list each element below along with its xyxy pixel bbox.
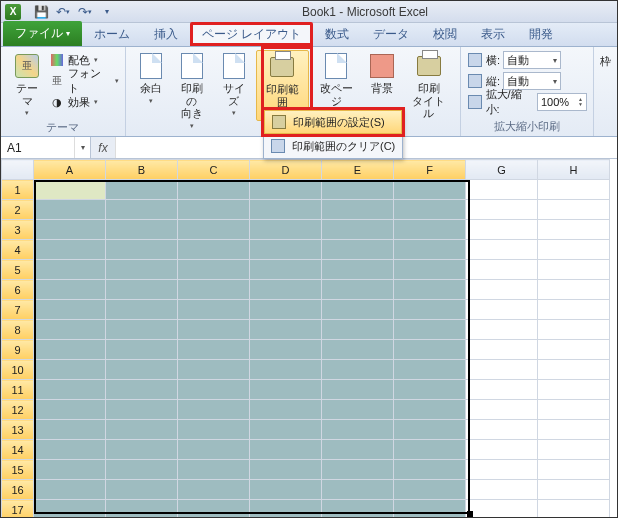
cell-C10[interactable] [178,360,250,380]
col-header-H[interactable]: H [538,160,610,180]
cell-D1[interactable] [250,180,322,200]
cell-C13[interactable] [178,420,250,440]
cell-D16[interactable] [250,480,322,500]
cell-H15[interactable] [538,460,610,480]
cell-D11[interactable] [250,380,322,400]
cell-G7[interactable] [466,300,538,320]
row-header-8[interactable]: 8 [2,320,34,340]
redo-icon[interactable]: ↷▾ [75,3,95,21]
cell-D9[interactable] [250,340,322,360]
col-header-A[interactable]: A [34,160,106,180]
print-titles-button[interactable]: 印刷 タイトル [403,50,454,122]
cell-G2[interactable] [466,200,538,220]
tab-review[interactable]: 校閲 [421,22,469,46]
row-header-11[interactable]: 11 [2,380,34,400]
cell-E11[interactable] [322,380,394,400]
cell-C15[interactable] [178,460,250,480]
cell-B17[interactable] [106,500,178,518]
cell-D4[interactable] [250,240,322,260]
cell-F4[interactable] [394,240,466,260]
tab-developer[interactable]: 開発 [517,22,565,46]
cell-B3[interactable] [106,220,178,240]
cell-D17[interactable] [250,500,322,518]
cell-G12[interactable] [466,400,538,420]
cell-D8[interactable] [250,320,322,340]
cell-G11[interactable] [466,380,538,400]
cell-H11[interactable] [538,380,610,400]
cell-F7[interactable] [394,300,466,320]
cell-B6[interactable] [106,280,178,300]
cell-H17[interactable] [538,500,610,518]
row-header-7[interactable]: 7 [2,300,34,320]
cell-H16[interactable] [538,480,610,500]
cell-H6[interactable] [538,280,610,300]
cell-E2[interactable] [322,200,394,220]
cell-C5[interactable] [178,260,250,280]
row-header-17[interactable]: 17 [2,500,34,518]
cell-F3[interactable] [394,220,466,240]
cell-F11[interactable] [394,380,466,400]
cell-G1[interactable] [466,180,538,200]
undo-icon[interactable]: ↶▾ [53,3,73,21]
cell-B9[interactable] [106,340,178,360]
cell-A16[interactable] [34,480,106,500]
cell-B8[interactable] [106,320,178,340]
cell-A11[interactable] [34,380,106,400]
cell-H5[interactable] [538,260,610,280]
worksheet-grid[interactable]: ABCDEFGH123456789101112131415161718 [1,159,617,517]
cell-C14[interactable] [178,440,250,460]
row-header-12[interactable]: 12 [2,400,34,420]
cell-D15[interactable] [250,460,322,480]
row-header-14[interactable]: 14 [2,440,34,460]
col-header-B[interactable]: B [106,160,178,180]
cell-A10[interactable] [34,360,106,380]
cell-A6[interactable] [34,280,106,300]
col-header-D[interactable]: D [250,160,322,180]
cell-G14[interactable] [466,440,538,460]
cell-F17[interactable] [394,500,466,518]
cell-A15[interactable] [34,460,106,480]
cell-A14[interactable] [34,440,106,460]
cell-F10[interactable] [394,360,466,380]
cell-H10[interactable] [538,360,610,380]
select-all-corner[interactable] [2,160,34,180]
tab-file[interactable]: ファイル▾ [3,21,82,46]
cell-E15[interactable] [322,460,394,480]
cell-E5[interactable] [322,260,394,280]
selection-handle[interactable] [467,511,473,517]
cell-B4[interactable] [106,240,178,260]
cell-A9[interactable] [34,340,106,360]
cell-E13[interactable] [322,420,394,440]
cell-G10[interactable] [466,360,538,380]
cell-H4[interactable] [538,240,610,260]
cell-B12[interactable] [106,400,178,420]
row-header-6[interactable]: 6 [2,280,34,300]
cell-C2[interactable] [178,200,250,220]
tab-insert[interactable]: 挿入 [142,22,190,46]
col-header-F[interactable]: F [394,160,466,180]
row-header-15[interactable]: 15 [2,460,34,480]
row-header-9[interactable]: 9 [2,340,34,360]
cell-E14[interactable] [322,440,394,460]
cell-D13[interactable] [250,420,322,440]
col-header-C[interactable]: C [178,160,250,180]
cell-E7[interactable] [322,300,394,320]
cell-B16[interactable] [106,480,178,500]
row-header-4[interactable]: 4 [2,240,34,260]
cell-C11[interactable] [178,380,250,400]
cell-A8[interactable] [34,320,106,340]
tab-page-layout[interactable]: ページ レイアウト [190,22,313,46]
cell-C4[interactable] [178,240,250,260]
cell-E12[interactable] [322,400,394,420]
cell-G15[interactable] [466,460,538,480]
cell-G9[interactable] [466,340,538,360]
cell-C7[interactable] [178,300,250,320]
cell-H12[interactable] [538,400,610,420]
cell-C6[interactable] [178,280,250,300]
menu-clear-print-area[interactable]: 印刷範囲のクリア(C) [264,134,402,158]
fonts-button[interactable]: 亜フォント▾ [49,71,119,91]
cell-G4[interactable] [466,240,538,260]
orientation-button[interactable]: 印刷の 向き▾ [172,50,212,132]
cell-E4[interactable] [322,240,394,260]
tab-data[interactable]: データ [361,22,421,46]
